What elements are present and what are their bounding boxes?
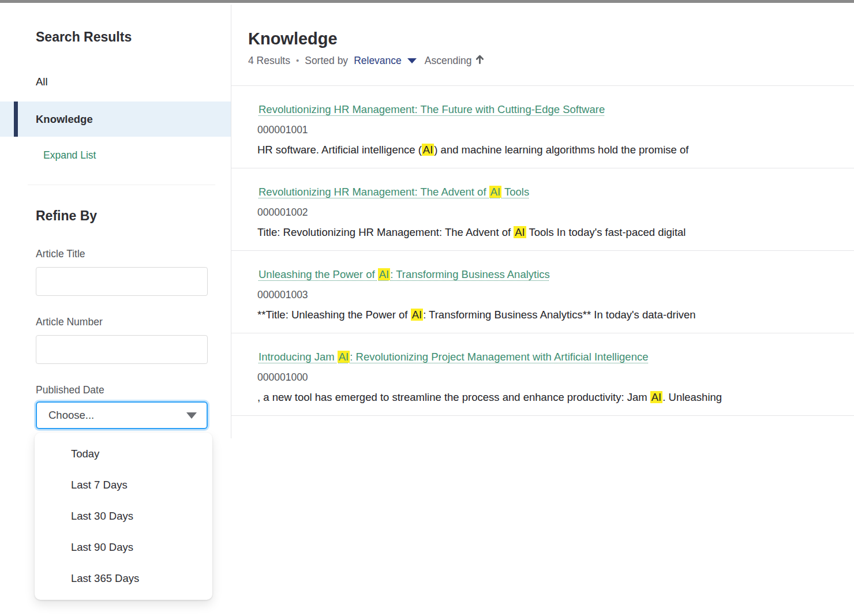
highlighted-term: AI: [338, 351, 350, 363]
result-article-number: 000001003: [257, 288, 831, 301]
sort-field-button[interactable]: Relevance: [354, 54, 417, 67]
highlighted-term: AI: [489, 186, 501, 198]
published-date-dropdown: TodayLast 7 DaysLast 30 DaysLast 90 Days…: [35, 433, 212, 600]
sidebar-title: Search Results: [36, 29, 231, 45]
result-snippet: HR software. Artificial intelligence (AI…: [257, 143, 831, 157]
sort-field-value: Relevance: [354, 54, 402, 67]
expand-list-link[interactable]: Expand List: [43, 149, 96, 161]
published-date-option[interactable]: Last 365 Days: [35, 563, 212, 594]
sidebar-item-all[interactable]: All: [0, 76, 231, 88]
result-article-number: 000001001: [257, 123, 831, 136]
highlighted-term: AI: [650, 391, 662, 403]
highlighted-term: AI: [514, 226, 526, 238]
chevron-down-icon: [186, 412, 197, 419]
published-date-option[interactable]: Last 90 Days: [35, 532, 212, 563]
article-title-label: Article Title: [36, 248, 231, 260]
result-article-number: 000001000: [257, 371, 831, 384]
result-article-number: 000001002: [257, 206, 831, 219]
sidebar-section-divider: [28, 185, 215, 185]
page-title: Knowledge: [248, 29, 854, 48]
search-result: Unleashing the Power of AI: Transforming…: [231, 250, 854, 333]
published-date-option[interactable]: Today: [35, 438, 212, 469]
sidebar-item-knowledge-label: Knowledge: [36, 113, 93, 125]
highlighted-term: AI: [422, 144, 434, 156]
highlighted-term: AI: [378, 268, 390, 280]
arrow-up-icon: [474, 54, 485, 67]
published-date-selected-value: Choose...: [48, 409, 94, 422]
published-date-option[interactable]: Last 30 Days: [35, 501, 212, 532]
bullet-separator: •: [296, 54, 299, 67]
caret-down-icon: [407, 58, 417, 63]
sidebar-item-knowledge[interactable]: Knowledge: [0, 102, 231, 137]
results-meta-row: 4 Results • Sorted by Relevance Ascendin…: [248, 54, 854, 67]
result-snippet: , a new tool has emerged to streamline t…: [257, 390, 831, 404]
published-date-label: Published Date: [36, 384, 231, 396]
article-number-input[interactable]: [36, 335, 208, 364]
article-title-input[interactable]: [36, 267, 208, 296]
refine-by-title: Refine By: [36, 208, 231, 224]
result-title-link[interactable]: Revolutionizing HR Management: The Adven…: [259, 185, 529, 199]
result-title-link[interactable]: Introducing Jam AI: Revolutionizing Proj…: [259, 350, 648, 364]
published-date-select[interactable]: Choose...: [36, 401, 208, 429]
results-list: Revolutionizing HR Management: The Futur…: [231, 85, 854, 416]
result-title-link[interactable]: Unleashing the Power of AI: Transforming…: [259, 268, 550, 281]
result-title-link[interactable]: Revolutionizing HR Management: The Futur…: [259, 103, 605, 117]
sort-direction-button[interactable]: Ascending: [425, 54, 485, 67]
article-number-label: Article Number: [36, 316, 231, 328]
results-count: 4 Results: [248, 54, 290, 67]
result-snippet: **Title: Unleashing the Power of AI: Tra…: [257, 308, 831, 322]
search-results-sidebar: Search Results All Knowledge Expand List…: [0, 3, 231, 429]
knowledge-results-panel: Knowledge 4 Results • Sorted by Relevanc…: [231, 3, 854, 416]
highlighted-term: AI: [411, 309, 423, 321]
selected-indicator-bar: [14, 102, 18, 137]
search-result: Revolutionizing HR Management: The Futur…: [231, 85, 854, 168]
published-date-option[interactable]: Last 7 Days: [35, 469, 212, 501]
sorted-by-label: Sorted by: [305, 54, 348, 67]
search-result: Revolutionizing HR Management: The Adven…: [231, 168, 854, 250]
search-result: Introducing Jam AI: Revolutionizing Proj…: [231, 333, 854, 416]
result-snippet: Title: Revolutionizing HR Management: Th…: [257, 226, 831, 239]
sort-direction-label: Ascending: [425, 54, 472, 67]
